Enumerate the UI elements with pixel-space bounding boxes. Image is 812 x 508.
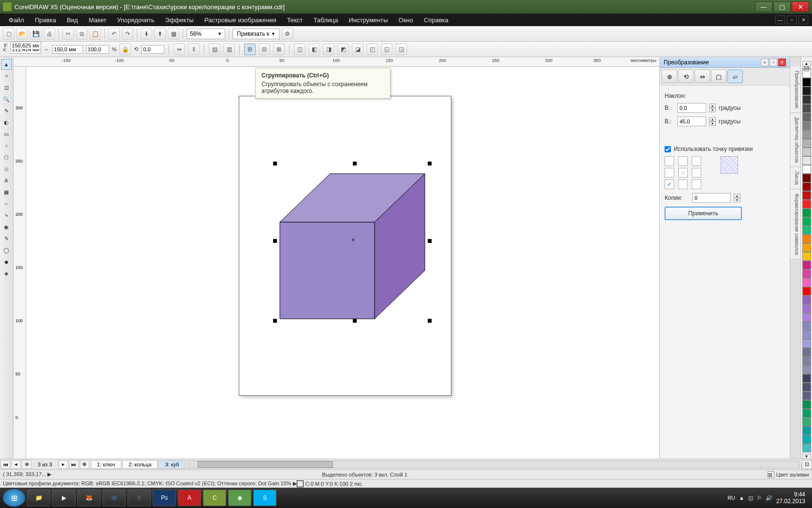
page-add-after-icon[interactable]: ⊕ bbox=[80, 460, 89, 469]
tab-scale[interactable]: ⇔ bbox=[695, 70, 710, 83]
color-swatch[interactable] bbox=[802, 121, 811, 130]
fill-indicator-icon[interactable]: ⊠ bbox=[768, 471, 774, 478]
apply-button[interactable]: Применить bbox=[665, 207, 742, 220]
import-button[interactable]: ⬇ bbox=[141, 28, 152, 40]
color-swatch[interactable] bbox=[802, 235, 811, 243]
color-swatch[interactable] bbox=[802, 435, 811, 444]
color-swatch[interactable] bbox=[802, 383, 811, 391]
page-add-before-icon[interactable]: ⊕ bbox=[22, 460, 31, 469]
docker-close-icon[interactable]: ✕ bbox=[778, 59, 786, 66]
task-corel[interactable]: C bbox=[203, 490, 226, 506]
language-indicator[interactable]: RU bbox=[727, 495, 735, 501]
menu-view[interactable]: Вид bbox=[62, 15, 83, 26]
color-swatch[interactable] bbox=[802, 296, 811, 304]
tray-up-icon[interactable]: ▲ bbox=[739, 495, 744, 501]
pick-tool[interactable]: ▲ bbox=[1, 59, 12, 70]
selection-handle[interactable] bbox=[428, 319, 432, 323]
anchor-mr[interactable] bbox=[692, 168, 701, 178]
mirror-h-icon[interactable]: ⇔ bbox=[174, 44, 185, 55]
color-swatch[interactable] bbox=[802, 418, 811, 426]
color-swatch[interactable] bbox=[802, 209, 811, 217]
skew-v-input[interactable] bbox=[677, 117, 706, 126]
page-tab-2[interactable]: 2: кольца bbox=[122, 460, 158, 469]
text-tool[interactable]: A bbox=[1, 175, 12, 186]
tab-position[interactable]: ⊕ bbox=[662, 70, 677, 83]
rot-input[interactable] bbox=[141, 45, 164, 54]
color-swatch[interactable] bbox=[802, 139, 811, 148]
color-swatch[interactable] bbox=[802, 243, 811, 252]
color-swatch[interactable] bbox=[802, 391, 811, 400]
selection-handle[interactable] bbox=[428, 162, 432, 165]
menu-arrange[interactable]: Упорядочить bbox=[112, 15, 159, 26]
save-button[interactable]: 💾 bbox=[30, 28, 42, 40]
options-button[interactable]: ⚙ bbox=[282, 28, 293, 40]
task-excel[interactable]: X bbox=[128, 490, 151, 506]
color-swatch[interactable] bbox=[802, 444, 811, 452]
anchor-cc[interactable] bbox=[678, 168, 688, 178]
color-swatch[interactable] bbox=[802, 113, 811, 121]
color-swatch[interactable] bbox=[802, 130, 811, 139]
to-back-icon[interactable]: ▥ bbox=[223, 44, 235, 55]
anchor-br[interactable] bbox=[692, 179, 701, 189]
menu-tools[interactable]: Инструменты bbox=[344, 15, 393, 26]
color-swatch[interactable] bbox=[802, 226, 811, 235]
zoom-combo[interactable]: 56%▼ bbox=[187, 29, 225, 39]
selection-handle[interactable] bbox=[353, 162, 357, 165]
page-last-icon[interactable]: ⏭ bbox=[69, 460, 79, 469]
color-swatch[interactable] bbox=[802, 252, 811, 261]
connector-tool[interactable]: ⤷ bbox=[1, 210, 12, 221]
interactive-fill-tool[interactable]: ◈ bbox=[1, 268, 12, 279]
group-icon[interactable]: ⊞ bbox=[244, 44, 256, 55]
color-swatch[interactable] bbox=[802, 339, 811, 348]
menu-table[interactable]: Таблица bbox=[309, 15, 343, 26]
tray-network-icon[interactable]: ⚐ bbox=[757, 495, 762, 501]
skew-h-input[interactable] bbox=[677, 103, 706, 113]
color-swatch[interactable] bbox=[802, 278, 811, 287]
color-swatch[interactable] bbox=[802, 426, 811, 435]
color-swatch[interactable] bbox=[802, 78, 811, 87]
anchor-tr[interactable] bbox=[692, 156, 701, 166]
page-tab-1[interactable]: 1: ключ bbox=[91, 460, 121, 469]
page-next-icon[interactable]: ▸ bbox=[58, 460, 68, 469]
anchor-bl[interactable] bbox=[665, 179, 674, 189]
horizontal-scrollbar[interactable] bbox=[188, 461, 799, 468]
menu-file[interactable]: Файл bbox=[4, 15, 29, 26]
color-swatch[interactable] bbox=[802, 365, 811, 374]
color-swatch[interactable] bbox=[802, 348, 811, 357]
vtab-char-format[interactable]: Форматирование символов bbox=[790, 190, 800, 259]
cube-shape[interactable] bbox=[276, 164, 431, 329]
selection-handle[interactable] bbox=[428, 239, 432, 243]
spinner-down-icon[interactable]: ▼ bbox=[709, 108, 716, 112]
color-swatch[interactable] bbox=[802, 104, 811, 113]
tray-volume-icon[interactable]: 🔊 bbox=[766, 495, 772, 501]
color-swatch[interactable] bbox=[802, 330, 811, 339]
horizontal-ruler[interactable]: -150 -100 -50 0 50 100 150 200 250 300 3… bbox=[14, 57, 659, 67]
shape-tool[interactable]: ✧ bbox=[1, 71, 12, 81]
vtab-transformation[interactable]: Преобразование bbox=[790, 67, 800, 113]
anchor-ml[interactable] bbox=[665, 168, 674, 178]
close-button[interactable]: ✕ bbox=[792, 1, 809, 12]
ungroup-all-icon[interactable]: ⊠ bbox=[273, 44, 285, 55]
color-swatch[interactable] bbox=[802, 182, 811, 191]
color-swatch[interactable] bbox=[802, 191, 811, 200]
ellipse-tool[interactable]: ○ bbox=[1, 140, 12, 151]
copies-input[interactable] bbox=[692, 193, 731, 203]
new-button[interactable]: ▢ bbox=[3, 28, 14, 40]
palette-down-icon[interactable]: ▼ bbox=[802, 454, 811, 459]
system-tray[interactable]: RU ▲ ◫ ⚐ 🔊 9:44 27.02.2013 bbox=[724, 491, 809, 505]
dimension-tool[interactable]: ↔ bbox=[1, 198, 12, 209]
nav-icon[interactable]: ⊡ bbox=[802, 460, 812, 469]
eyedropper-tool[interactable]: ✎ bbox=[1, 233, 12, 244]
front-minus-back-icon[interactable]: ◰ bbox=[366, 44, 378, 55]
color-swatch[interactable] bbox=[802, 409, 811, 418]
lock-ratio-icon[interactable]: 🔒 bbox=[119, 44, 131, 55]
trim-icon[interactable]: ◨ bbox=[323, 44, 334, 55]
task-photoshop[interactable]: Ps bbox=[153, 490, 176, 506]
task-skype[interactable]: S bbox=[253, 490, 276, 506]
publish-button[interactable]: ▦ bbox=[168, 28, 179, 40]
selection-handle[interactable] bbox=[353, 319, 357, 323]
menu-edit[interactable]: Правка bbox=[30, 15, 61, 26]
vtab-object-manager[interactable]: Диспетчер объектов bbox=[790, 113, 800, 167]
anchor-bc[interactable] bbox=[678, 179, 688, 189]
blend-tool[interactable]: ◉ bbox=[1, 222, 12, 232]
